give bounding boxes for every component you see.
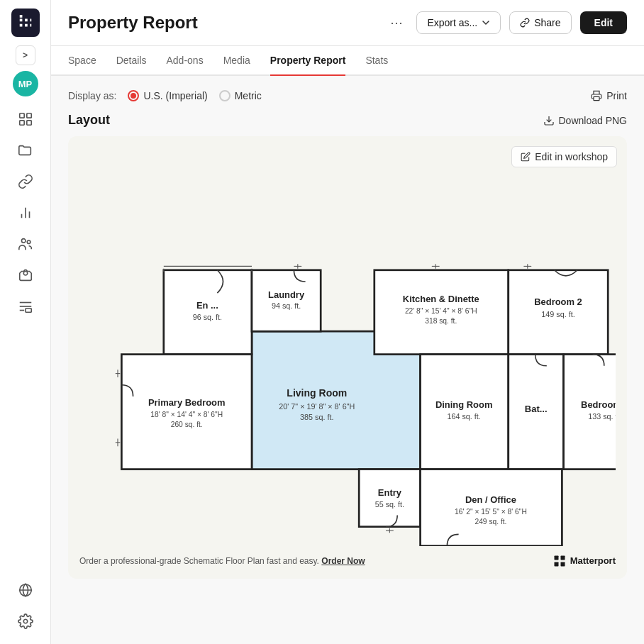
chevron-down-icon bbox=[482, 18, 490, 27]
metric-option[interactable]: Metric bbox=[219, 90, 262, 101]
svg-rect-10 bbox=[26, 309, 31, 313]
svg-text:Laundry: Laundry bbox=[268, 289, 305, 300]
folder-icon[interactable] bbox=[11, 136, 40, 165]
tab-stats[interactable]: Stats bbox=[365, 46, 388, 74]
svg-point-6 bbox=[23, 272, 28, 276]
list-icon[interactable] bbox=[11, 292, 40, 321]
sidebar: > MP bbox=[0, 0, 51, 644]
tab-space[interactable]: Space bbox=[68, 46, 96, 74]
share-icon bbox=[520, 18, 530, 28]
floorplan-container: Edit in workshop Living Room 20' 7" × 19… bbox=[68, 136, 627, 579]
svg-text:133 sq. ft.: 133 sq. ft. bbox=[588, 412, 616, 421]
download-icon bbox=[543, 115, 555, 126]
svg-rect-74 bbox=[554, 555, 558, 560]
svg-text:Entry: Entry bbox=[378, 487, 402, 498]
svg-text:18' 8" × 14' 4" × 8' 6"H: 18' 8" × 14' 4" × 8' 6"H bbox=[150, 411, 223, 418]
svg-text:Bedroom 3: Bedroom 3 bbox=[581, 399, 616, 410]
display-label: Display as: bbox=[68, 90, 116, 101]
pencil-icon bbox=[521, 152, 531, 162]
nav-tabs: Space Details Add-ons Media Property Rep… bbox=[51, 46, 644, 76]
svg-text:318 sq. ft.: 318 sq. ft. bbox=[425, 317, 457, 325]
svg-text:149 sq. ft.: 149 sq. ft. bbox=[541, 310, 574, 318]
svg-text:385 sq. ft.: 385 sq. ft. bbox=[300, 413, 333, 421]
tab-property-report[interactable]: Property Report bbox=[270, 46, 346, 74]
svg-rect-0 bbox=[19, 113, 23, 118]
svg-rect-13 bbox=[594, 96, 599, 100]
display-as-row: Display as: U.S. (Imperial) Metric Print bbox=[68, 90, 627, 101]
svg-rect-1 bbox=[26, 113, 30, 118]
svg-point-4 bbox=[21, 239, 26, 243]
svg-text:Primary Bedroom: Primary Bedroom bbox=[148, 397, 226, 408]
edit-in-workshop-button[interactable]: Edit in workshop bbox=[511, 146, 617, 167]
floorplan-footer: Order a professional-grade Schematic Flo… bbox=[79, 555, 616, 567]
share-button[interactable]: Share bbox=[509, 11, 571, 34]
svg-text:94 sq. ft.: 94 sq. ft. bbox=[272, 301, 301, 310]
globe-icon[interactable] bbox=[11, 576, 40, 604]
svg-text:22' 8" × 15' 4" × 8' 6"H: 22' 8" × 15' 4" × 8' 6"H bbox=[405, 307, 477, 315]
header: Property Report ⋯ Export as... Share Edi… bbox=[51, 0, 644, 46]
footer-text: Order a professional-grade Schematic Flo… bbox=[79, 556, 365, 566]
svg-rect-77 bbox=[560, 562, 565, 566]
svg-text:Kitchen & Dinette: Kitchen & Dinette bbox=[403, 294, 479, 304]
sidebar-toggle[interactable]: > bbox=[16, 45, 35, 65]
svg-point-5 bbox=[27, 240, 30, 244]
page-title: Property Report bbox=[68, 13, 377, 33]
svg-text:249 sq. ft.: 249 sq. ft. bbox=[474, 518, 506, 526]
svg-rect-2 bbox=[19, 121, 23, 125]
svg-text:20' 7" × 19' 8" × 8' 6"H: 20' 7" × 19' 8" × 8' 6"H bbox=[279, 402, 355, 411]
print-icon bbox=[591, 90, 602, 101]
svg-text:Bedroom 2: Bedroom 2 bbox=[534, 296, 582, 307]
layout-title: Layout bbox=[68, 113, 110, 128]
svg-text:55 sq. ft.: 55 sq. ft. bbox=[375, 500, 404, 509]
settings-icon[interactable] bbox=[11, 607, 40, 635]
camera-user-icon[interactable] bbox=[11, 261, 40, 289]
matterport-icon bbox=[553, 555, 566, 567]
link-icon[interactable] bbox=[11, 167, 40, 196]
avatar: MP bbox=[13, 71, 38, 96]
edit-button[interactable]: Edit bbox=[580, 11, 627, 34]
svg-rect-76 bbox=[554, 562, 558, 566]
imperial-option[interactable]: U.S. (Imperial) bbox=[128, 90, 207, 101]
content-area: Display as: U.S. (Imperial) Metric Print… bbox=[51, 76, 644, 644]
svg-text:Den / Office: Den / Office bbox=[465, 494, 516, 505]
matterport-text: Matterport bbox=[570, 555, 616, 566]
tab-details[interactable]: Details bbox=[116, 46, 147, 74]
tab-addons[interactable]: Add-ons bbox=[167, 46, 204, 74]
download-png-button[interactable]: Download PNG bbox=[543, 115, 628, 126]
layout-section-header: Layout Download PNG bbox=[68, 113, 627, 128]
svg-text:260 sq. ft.: 260 sq. ft. bbox=[171, 421, 203, 428]
app-logo bbox=[11, 9, 40, 37]
team-icon[interactable] bbox=[11, 230, 40, 258]
svg-point-12 bbox=[23, 619, 28, 623]
matterport-logo: Matterport bbox=[553, 555, 616, 567]
svg-text:Living Room: Living Room bbox=[287, 387, 347, 399]
order-now-link[interactable]: Order Now bbox=[321, 556, 365, 566]
print-button[interactable]: Print bbox=[591, 90, 627, 101]
chart-icon[interactable] bbox=[11, 199, 40, 227]
svg-rect-75 bbox=[560, 555, 565, 560]
metric-radio[interactable] bbox=[219, 90, 231, 101]
floorplan-svg: Living Room 20' 7" × 19' 8" × 8' 6"H 385… bbox=[79, 148, 616, 546]
imperial-radio[interactable] bbox=[128, 90, 139, 101]
svg-text:Bat...: Bat... bbox=[525, 404, 548, 414]
main-content: Property Report ⋯ Export as... Share Edi… bbox=[51, 0, 644, 644]
more-options-button[interactable]: ⋯ bbox=[385, 11, 408, 34]
svg-rect-3 bbox=[26, 121, 30, 125]
svg-text:16' 2" × 15' 5" × 8' 6"H: 16' 2" × 15' 5" × 8' 6"H bbox=[455, 508, 527, 516]
svg-text:En ...: En ... bbox=[196, 300, 218, 311]
svg-text:164 sq. ft.: 164 sq. ft. bbox=[447, 412, 480, 421]
grid-icon[interactable] bbox=[11, 105, 40, 133]
export-button[interactable]: Export as... bbox=[416, 11, 501, 34]
svg-text:Dining Room: Dining Room bbox=[435, 399, 492, 410]
tab-media[interactable]: Media bbox=[223, 46, 250, 74]
svg-text:96 sq. ft.: 96 sq. ft. bbox=[193, 313, 222, 321]
